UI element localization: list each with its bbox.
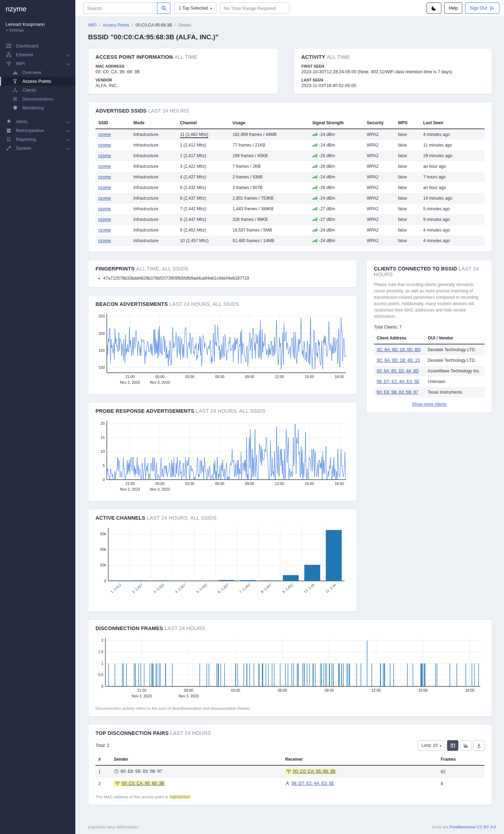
svg-text:12:00: 12:00 bbox=[371, 688, 381, 692]
ssid-link[interactable]: nzyme bbox=[98, 228, 111, 233]
client-row: 50: 5A: 65: 1D: 44: 8DAzureWave Technolo… bbox=[374, 366, 485, 376]
ssid-link[interactable]: nzyme bbox=[98, 132, 111, 137]
svg-text:00:00: 00:00 bbox=[155, 375, 164, 379]
help-button[interactable]: Help bbox=[444, 2, 463, 14]
svg-text:15:00: 15:00 bbox=[305, 481, 314, 486]
pairs-controls: Limit: 10▾ bbox=[418, 740, 485, 751]
pair-entry: 56: D7: E2: 4A: E3: 5E bbox=[285, 781, 334, 786]
client-mac-link[interactable]: 50: 5A: 65: 1D: 44: 8D bbox=[377, 369, 419, 373]
fingerprints-card: FINGERPRINTS ALL TIME, ALL SSIDS 47a7225… bbox=[88, 260, 357, 287]
client-mac-link[interactable]: 3C: 6A: 9D: 19: 0D: BD bbox=[377, 347, 421, 352]
ssid-link[interactable]: nzyme bbox=[98, 206, 111, 211]
user-settings-link[interactable]: > Settings bbox=[6, 28, 70, 32]
ssids-table: SSIDModeChannelUsageSignal StrengthSecur… bbox=[95, 118, 485, 246]
client-row: 60: E8: 5B: 83: 5B: 97Texas Instruments bbox=[374, 387, 485, 398]
sidebar-item-reporting[interactable]: Reporting bbox=[0, 135, 75, 144]
time-range-input[interactable] bbox=[220, 2, 289, 14]
pairs-column-header: Sender bbox=[111, 754, 282, 765]
ssid-link[interactable]: nzyme bbox=[98, 153, 111, 158]
sidebar-item-label: Retrospective bbox=[16, 128, 44, 133]
last-seen-value: 2023-11-03T18:40:52-05:00 bbox=[301, 83, 485, 88]
sidebar-item-label: Monitoring bbox=[22, 105, 44, 110]
breadcrumb-link[interactable]: WiFi bbox=[88, 23, 97, 28]
show-more-clients-link[interactable]: Show more clients bbox=[374, 402, 485, 407]
sidebar-item-alerts[interactable]: Alerts bbox=[0, 117, 75, 126]
report-icon bbox=[6, 137, 12, 142]
user-icon bbox=[285, 781, 290, 786]
ssid-link[interactable]: nzyme bbox=[98, 175, 111, 179]
active-channels-chart: 050k00k50k1: 2,4122: 2,4173: 2,4224: 2,4… bbox=[95, 525, 349, 606]
svg-text:0: 0 bbox=[104, 579, 106, 583]
svg-text:200: 200 bbox=[98, 331, 105, 336]
sidebar-item-retrospective[interactable]: Retrospective bbox=[0, 126, 75, 135]
chart-view-button[interactable] bbox=[460, 740, 471, 751]
sidebar-item-ethernet[interactable]: Ethernet bbox=[0, 50, 75, 59]
client-mac-link[interactable]: 60: E8: 5B: 83: 5B: 97 bbox=[377, 390, 418, 395]
pairs-column-header: Frames bbox=[438, 754, 485, 765]
dark-mode-button[interactable] bbox=[427, 2, 441, 14]
ssid-link[interactable]: nzyme bbox=[98, 185, 111, 190]
svg-text:00:00: 00:00 bbox=[184, 688, 193, 692]
ssid-row: nzymeInfrastructure10 (2,457 Mhz)51,480 … bbox=[95, 235, 485, 246]
signal-bars-icon bbox=[312, 196, 317, 200]
table-view-button[interactable] bbox=[447, 740, 458, 751]
beacon-chart-card: BEACON ADVERTISEMENTS LAST 24 HOURS, ALL… bbox=[88, 295, 357, 394]
ssid-row: nzymeInfrastructure3 (2,422 Mhz)7 frames… bbox=[95, 161, 485, 172]
probe-response-chart: 0510152021:0000:0003:0006:0009:0012:0015… bbox=[95, 418, 349, 495]
signal-bars-icon bbox=[312, 186, 317, 189]
client-row: 3C: 6A: 9D: 19: 0D: BDDexatek Technology… bbox=[374, 344, 485, 355]
advertised-ssids-card: ADVERTISED SSIDS LAST 24 HOURS SSIDModeC… bbox=[88, 102, 492, 252]
svg-text:0: 0 bbox=[103, 478, 105, 482]
sidebar-item-disconnections[interactable]: Disconnections bbox=[0, 95, 75, 103]
ssids-column-header: SSID bbox=[95, 118, 131, 129]
brand-logo: nzyme bbox=[6, 5, 70, 13]
table-icon bbox=[450, 743, 456, 748]
ap-info-title: ACCESS POINT INFORMATION bbox=[95, 54, 173, 60]
sidebar-item-overview[interactable]: Overview bbox=[0, 68, 75, 77]
chevron-down-icon bbox=[67, 120, 70, 124]
channel-value: 5 (2,432 Mhz) bbox=[180, 185, 206, 190]
export-button[interactable] bbox=[473, 740, 485, 751]
ssid-link[interactable]: nzyme bbox=[98, 143, 111, 148]
ssid-link[interactable]: nzyme bbox=[98, 238, 111, 243]
fontawesome-link[interactable]: FontAwesome CC BY 4.0 bbox=[450, 825, 496, 829]
clients-total: Total Clients: 7 bbox=[374, 325, 485, 330]
sidebar-item-system[interactable]: System bbox=[0, 144, 75, 153]
channel-value: 9 (2,452 Mhz) bbox=[180, 228, 206, 233]
search-button[interactable] bbox=[157, 2, 170, 14]
ssid-link[interactable]: nzyme bbox=[98, 217, 111, 222]
svg-text:5: 2,432: 5: 2,432 bbox=[196, 583, 208, 594]
sidebar-item-monitoring[interactable]: Monitoring bbox=[0, 103, 75, 112]
client-mac-link[interactable]: 3C: 6A: 9D: 1B: 4D: 23 bbox=[377, 358, 420, 363]
ssid-link[interactable]: nzyme bbox=[98, 164, 111, 169]
pair-mac-link[interactable]: 56: D7: E2: 4A: E3: 5E bbox=[291, 781, 334, 786]
chevron-down-icon bbox=[67, 147, 70, 150]
search-group bbox=[83, 2, 170, 14]
sidebar-item-dashboard[interactable]: Dashboard bbox=[0, 41, 75, 50]
svg-text:6: 2,437: 6: 2,437 bbox=[217, 583, 230, 594]
pair-mac-link[interactable]: 00: C0: CA: 95: 68: 3B bbox=[293, 769, 335, 774]
sidebar-item-label: WiFi bbox=[16, 61, 25, 66]
tools-icon bbox=[6, 145, 12, 151]
search-input[interactable] bbox=[83, 2, 157, 14]
clients-table: Client AddressOUI / Vendor 3C: 6A: 9D: 1… bbox=[374, 333, 485, 398]
sidebar-item-wifi[interactable]: WiFi bbox=[0, 59, 75, 68]
svg-text:2: 2,417: 2: 2,417 bbox=[131, 583, 144, 594]
sidebar-item-access-points[interactable]: Access Points bbox=[0, 77, 75, 86]
client-mac-link[interactable]: 56: D7: E2: 4A: E3: 5E bbox=[377, 379, 419, 384]
channel-value: 10 (2,457 Mhz) bbox=[180, 238, 209, 243]
svg-text:09:00: 09:00 bbox=[325, 688, 334, 692]
map-icon bbox=[6, 43, 12, 48]
breadcrumb-link[interactable]: Access Points bbox=[103, 23, 129, 28]
limit-dropdown-button[interactable]: Limit: 10▾ bbox=[418, 740, 445, 751]
sign-out-button[interactable]: Sign Out bbox=[465, 2, 499, 14]
sidebar-item-clients[interactable]: Clients bbox=[0, 86, 75, 95]
svg-text:4: 2,427: 4: 2,427 bbox=[174, 583, 186, 594]
question-circle-icon bbox=[114, 769, 119, 774]
fingerprint-value: 47a722576b33bdd4826b378bf2073909fb5fdfb9… bbox=[103, 276, 349, 281]
tap-selector-button[interactable]: 1 Tap Selected▾ bbox=[174, 2, 216, 14]
vendor-value: ALFA, INC. bbox=[95, 83, 271, 88]
pair-mac-link[interactable]: 00: C0: CA: 95: 68: 3B bbox=[122, 781, 164, 786]
ssid-link[interactable]: nzyme bbox=[98, 196, 111, 201]
channel-value: 1 (2,412 Mhz) bbox=[180, 143, 206, 148]
